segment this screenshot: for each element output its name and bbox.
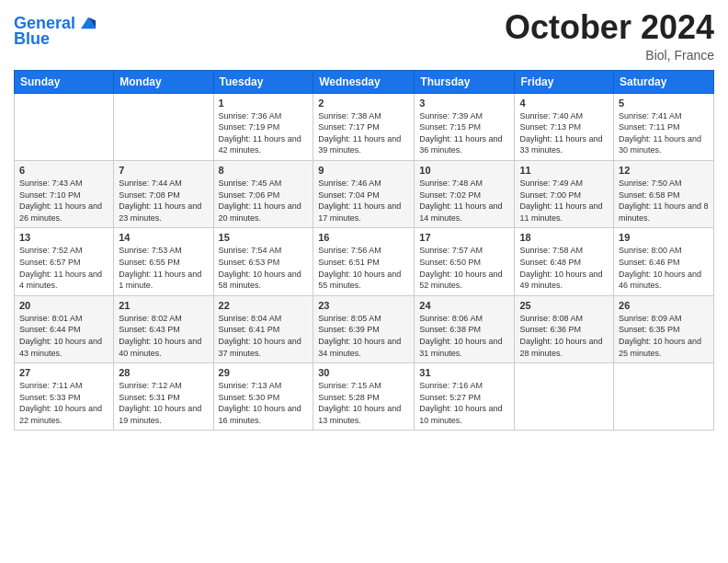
day-info: Sunrise: 7:45 AMSunset: 7:06 PMDaylight:… (219, 178, 309, 224)
day-number: 28 (119, 367, 208, 378)
day-number: 25 (519, 300, 609, 311)
week-row-4: 20Sunrise: 8:01 AMSunset: 6:44 PMDayligh… (15, 295, 714, 362)
title-block: October 2024 Biol, France (505, 9, 714, 63)
day-number: 10 (419, 165, 509, 176)
day-info: Sunrise: 8:06 AMSunset: 6:38 PMDaylight:… (419, 313, 509, 359)
day-cell: 3Sunrise: 7:39 AMSunset: 7:15 PMDaylight… (415, 93, 515, 160)
day-cell: 31Sunrise: 7:16 AMSunset: 5:27 PMDayligh… (415, 363, 515, 431)
day-cell: 16Sunrise: 7:56 AMSunset: 6:51 PMDayligh… (313, 228, 415, 295)
header: General Blue October 2024 Biol, France (14, 9, 714, 63)
day-header-tuesday: Tuesday (213, 70, 313, 93)
day-number: 4 (519, 98, 609, 109)
day-cell: 7Sunrise: 7:44 AMSunset: 7:08 PMDaylight… (114, 160, 213, 227)
day-number: 18 (519, 232, 609, 243)
day-number: 11 (519, 165, 609, 176)
day-info: Sunrise: 7:36 AMSunset: 7:19 PMDaylight:… (219, 110, 309, 156)
day-cell (515, 363, 614, 431)
day-header-monday: Monday (114, 70, 213, 93)
day-cell: 18Sunrise: 7:58 AMSunset: 6:48 PMDayligh… (515, 228, 614, 295)
day-cell: 12Sunrise: 7:50 AMSunset: 6:58 PMDayligh… (614, 160, 714, 227)
day-number: 2 (318, 98, 409, 109)
day-number: 14 (119, 232, 208, 243)
day-number: 30 (318, 367, 409, 378)
day-info: Sunrise: 7:41 AMSunset: 7:11 PMDaylight:… (619, 110, 709, 156)
day-number: 13 (19, 232, 108, 243)
day-info: Sunrise: 7:44 AMSunset: 7:08 PMDaylight:… (119, 178, 208, 224)
day-number: 15 (219, 232, 309, 243)
month-title: October 2024 (505, 9, 714, 46)
day-info: Sunrise: 8:04 AMSunset: 6:41 PMDaylight:… (219, 313, 309, 359)
day-cell: 26Sunrise: 8:09 AMSunset: 6:35 PMDayligh… (614, 295, 714, 362)
day-cell: 9Sunrise: 7:46 AMSunset: 7:04 PMDaylight… (313, 160, 415, 227)
day-cell: 22Sunrise: 8:04 AMSunset: 6:41 PMDayligh… (213, 295, 313, 362)
day-header-sunday: Sunday (15, 70, 114, 93)
day-info: Sunrise: 7:54 AMSunset: 6:53 PMDaylight:… (219, 245, 309, 291)
day-number: 1 (219, 98, 309, 109)
day-number: 17 (419, 232, 509, 243)
day-info: Sunrise: 7:11 AMSunset: 5:33 PMDaylight:… (19, 380, 108, 426)
day-number: 21 (119, 300, 208, 311)
day-info: Sunrise: 7:53 AMSunset: 6:55 PMDaylight:… (119, 245, 208, 291)
day-info: Sunrise: 7:56 AMSunset: 6:51 PMDaylight:… (318, 245, 409, 291)
day-cell: 28Sunrise: 7:12 AMSunset: 5:31 PMDayligh… (114, 363, 213, 431)
day-info: Sunrise: 7:48 AMSunset: 7:02 PMDaylight:… (419, 178, 509, 224)
day-header-wednesday: Wednesday (313, 70, 415, 93)
day-info: Sunrise: 7:46 AMSunset: 7:04 PMDaylight:… (318, 178, 409, 224)
day-cell: 11Sunrise: 7:49 AMSunset: 7:00 PMDayligh… (515, 160, 614, 227)
day-info: Sunrise: 8:01 AMSunset: 6:44 PMDaylight:… (19, 313, 108, 359)
day-info: Sunrise: 7:43 AMSunset: 7:10 PMDaylight:… (19, 178, 108, 224)
day-header-saturday: Saturday (614, 70, 714, 93)
logo: General Blue (14, 14, 98, 49)
day-cell: 25Sunrise: 8:08 AMSunset: 6:36 PMDayligh… (515, 295, 614, 362)
day-number: 5 (619, 98, 709, 109)
logo-icon (78, 14, 98, 34)
day-number: 27 (19, 367, 108, 378)
day-info: Sunrise: 8:08 AMSunset: 6:36 PMDaylight:… (519, 313, 609, 359)
day-cell: 30Sunrise: 7:15 AMSunset: 5:28 PMDayligh… (313, 363, 415, 431)
day-info: Sunrise: 7:16 AMSunset: 5:27 PMDaylight:… (419, 380, 509, 426)
day-number: 31 (419, 367, 509, 378)
day-cell: 2Sunrise: 7:38 AMSunset: 7:17 PMDaylight… (313, 93, 415, 160)
day-info: Sunrise: 7:38 AMSunset: 7:17 PMDaylight:… (318, 110, 409, 156)
day-info: Sunrise: 7:49 AMSunset: 7:00 PMDaylight:… (519, 178, 609, 224)
day-info: Sunrise: 7:15 AMSunset: 5:28 PMDaylight:… (318, 380, 409, 426)
day-number: 26 (619, 300, 709, 311)
day-number: 7 (119, 165, 208, 176)
day-cell: 27Sunrise: 7:11 AMSunset: 5:33 PMDayligh… (15, 363, 114, 431)
day-cell: 24Sunrise: 8:06 AMSunset: 6:38 PMDayligh… (415, 295, 515, 362)
day-number: 12 (619, 165, 709, 176)
day-header-thursday: Thursday (415, 70, 515, 93)
day-info: Sunrise: 7:58 AMSunset: 6:48 PMDaylight:… (519, 245, 609, 291)
day-info: Sunrise: 7:50 AMSunset: 6:58 PMDaylight:… (619, 178, 709, 224)
day-info: Sunrise: 8:02 AMSunset: 6:43 PMDaylight:… (119, 313, 208, 359)
days-header-row: SundayMondayTuesdayWednesdayThursdayFrid… (15, 70, 714, 93)
calendar-table: SundayMondayTuesdayWednesdayThursdayFrid… (14, 70, 714, 431)
day-info: Sunrise: 7:13 AMSunset: 5:30 PMDaylight:… (219, 380, 309, 426)
calendar-page: General Blue October 2024 Biol, France S… (0, 0, 728, 563)
day-cell: 15Sunrise: 7:54 AMSunset: 6:53 PMDayligh… (213, 228, 313, 295)
day-number: 9 (318, 165, 409, 176)
week-row-5: 27Sunrise: 7:11 AMSunset: 5:33 PMDayligh… (15, 363, 714, 431)
day-info: Sunrise: 7:12 AMSunset: 5:31 PMDaylight:… (119, 380, 208, 426)
day-cell: 19Sunrise: 8:00 AMSunset: 6:46 PMDayligh… (614, 228, 714, 295)
day-number: 22 (219, 300, 309, 311)
day-cell: 23Sunrise: 8:05 AMSunset: 6:39 PMDayligh… (313, 295, 415, 362)
day-cell: 10Sunrise: 7:48 AMSunset: 7:02 PMDayligh… (415, 160, 515, 227)
day-cell: 6Sunrise: 7:43 AMSunset: 7:10 PMDaylight… (15, 160, 114, 227)
day-cell: 13Sunrise: 7:52 AMSunset: 6:57 PMDayligh… (15, 228, 114, 295)
day-cell: 20Sunrise: 8:01 AMSunset: 6:44 PMDayligh… (15, 295, 114, 362)
day-info: Sunrise: 7:39 AMSunset: 7:15 PMDaylight:… (419, 110, 509, 156)
day-number: 23 (318, 300, 409, 311)
week-row-3: 13Sunrise: 7:52 AMSunset: 6:57 PMDayligh… (15, 228, 714, 295)
day-number: 19 (619, 232, 709, 243)
day-number: 29 (219, 367, 309, 378)
day-number: 3 (419, 98, 509, 109)
day-info: Sunrise: 7:52 AMSunset: 6:57 PMDaylight:… (19, 245, 108, 291)
day-cell: 5Sunrise: 7:41 AMSunset: 7:11 PMDaylight… (614, 93, 714, 160)
day-info: Sunrise: 8:05 AMSunset: 6:39 PMDaylight:… (318, 313, 409, 359)
week-row-1: 1Sunrise: 7:36 AMSunset: 7:19 PMDaylight… (15, 93, 714, 160)
day-header-friday: Friday (515, 70, 614, 93)
day-cell: 29Sunrise: 7:13 AMSunset: 5:30 PMDayligh… (213, 363, 313, 431)
day-info: Sunrise: 7:57 AMSunset: 6:50 PMDaylight:… (419, 245, 509, 291)
day-number: 6 (19, 165, 108, 176)
